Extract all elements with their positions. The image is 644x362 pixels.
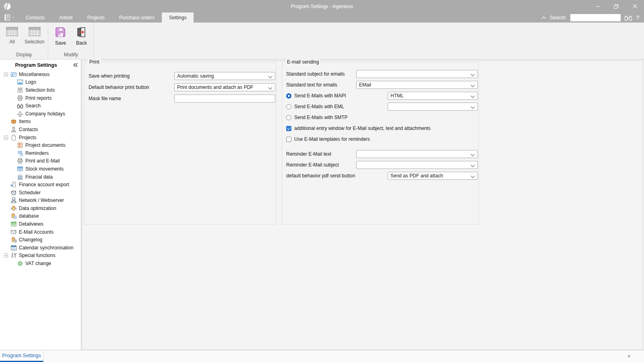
sidebar-item-finacial-data[interactable]: Finacial data [0,173,81,181]
ribbon-collapse-button[interactable] [541,16,546,19]
database-icon [10,213,17,219]
send-e-mails-with-mapi-dropdown[interactable]: HTML [388,92,478,100]
sidebar-item-data-optimization[interactable]: Data optimization [0,204,81,212]
send-e-mails-with-eml-dropdown[interactable] [388,103,478,111]
save-when-printing-dropdown[interactable]: Automatic saving [174,72,275,80]
search-input[interactable] [570,14,621,21]
sidebar-item-label: database [19,213,39,219]
form-row-mask-file-name: Mask file name [89,95,275,103]
default-behavior-pdf-send-button-dropdown[interactable]: Send as PDF and attach [388,172,478,180]
sidebar-item-e-mail-accounts[interactable]: E-Mail Accounts [0,228,81,236]
tree-expander-icon[interactable] [4,136,8,140]
selection-button[interactable]: Selection [23,26,46,45]
tab-settings[interactable]: Settings [162,12,194,23]
tree-expander-icon[interactable] [4,253,8,257]
sidebar-item-print-and-e-mail[interactable]: Print and E-Mail [0,157,81,165]
sidebar-item-label: VAT change [25,261,51,266]
ribbon-tab-bar: ContactsArticleProjectsPurchase ordersSe… [0,12,644,23]
sidebar-collapse-button[interactable] [72,62,78,68]
additional-entry-window-for-e-mail-subject-text-and-attachments-checkbox[interactable] [286,126,291,131]
reminder-e-mail-text-dropdown[interactable] [356,150,478,158]
sidebar-item-label: Finance account export [19,182,69,187]
sidebar-item-label: Logo [25,79,36,85]
sidebar-item-detailviews[interactable]: Detailviews [0,220,81,228]
field-label: Standard text for emails [286,82,337,88]
sidebar-item-company-holidays[interactable]: Company holidays [0,110,81,118]
advanced-search-button[interactable] [624,14,632,21]
send-e-mails-with-eml-radio[interactable] [286,104,291,109]
sidebar-item-database[interactable]: database [0,212,81,220]
data-optimization-icon [10,205,17,212]
send-e-mails-with-mapi-radio[interactable] [286,93,291,99]
close-button[interactable] [625,0,644,12]
sidebar-item-scheduler[interactable]: Scheduler [0,189,81,197]
sidebar-item-network-webserver[interactable]: Network / Webserver [0,197,81,205]
sidebar-item-projects[interactable]: Projects [0,134,81,142]
app-menu-button[interactable] [0,12,19,23]
dropdown-arrow-icon [627,355,631,358]
save-button[interactable]: Save [50,26,71,47]
field-label: Mask file name [89,96,121,101]
ribbon: AllSelectionDisplaySaveBackModify [0,23,644,60]
finacial-data-icon [17,174,23,180]
all-button[interactable]: All [2,26,23,45]
items-icon [10,118,17,125]
company-holidays-icon [17,111,23,117]
window-title: Program Settings - ingenious [0,4,644,9]
sidebar-item-label: Scheduler [19,190,41,195]
send-e-mails-with-smtp-radio[interactable] [286,115,291,120]
mask-file-name-input[interactable] [174,95,275,103]
sidebar-title: Program Settings [0,62,72,68]
sidebar-item-finance-account-export[interactable]: Finance account export [0,181,81,189]
sidebar-item-label: Network / Webserver [19,197,64,203]
tab-list-dropdown-button[interactable] [627,355,631,358]
vat-change-icon [17,260,23,267]
sidebar-item-items[interactable]: Items [0,118,81,126]
sidebar-item-print-reports[interactable]: Print reports [0,94,81,102]
restore-button[interactable] [607,0,625,12]
sidebar-item-label: Selection lists [25,87,55,93]
back-button[interactable]: Back [71,26,92,47]
sidebar-item-label: Print and E-Mail [25,158,60,164]
tab-article[interactable]: Article [52,12,80,23]
default-behavior-print-button-dropdown[interactable]: Print documents and attach as PDF [174,83,275,91]
reminder-e-mail-subject-dropdown[interactable] [356,161,478,169]
sidebar-item-label: Miscellaneous [19,72,50,77]
bottom-tab-program-settings[interactable]: Program Settings [0,350,43,362]
minimize-button[interactable] [588,0,607,12]
field-label: Save when printing [89,73,130,79]
tab-projects[interactable]: Projects [80,12,112,23]
changelog-icon [10,237,17,243]
sidebar-item-changelog[interactable]: Changelog [0,236,81,244]
use-e-mail-templates-for-reminders-checkbox[interactable] [286,137,291,142]
standard-subject-for-emails-dropdown[interactable] [356,70,478,78]
tree-expander-icon[interactable] [4,72,8,76]
sidebar-item-selection-lists[interactable]: Selection lists [0,86,81,94]
sidebar-item-contacts[interactable]: Contacts [0,125,81,134]
standard-text-for-emails-dropdown[interactable]: EMail [356,81,478,89]
sidebar-item-stock-movements[interactable]: Stock movements [0,165,81,173]
sidebar-item-reminders[interactable]: Reminders [0,149,81,157]
sidebar-item-project-documents[interactable]: Project documents [0,141,81,149]
sidebar-item-label: Items [19,119,31,124]
sidebar-item-label: E-Mail Accounts [19,229,54,235]
sidebar-item-special-functions[interactable]: Special functions [0,252,81,260]
sidebar-item-vat-change[interactable]: VAT change [0,259,81,267]
field-label: additional entry window for E-Mail subje… [294,125,431,131]
sidebar-item-calendar-synchronisation[interactable]: Calendar synchronisation [0,244,81,252]
search-icon [17,103,23,109]
tab-contacts[interactable]: Contacts [19,12,52,23]
contacts-icon [10,126,17,133]
sidebar-item-miscellaneous[interactable]: Miscellaneous [0,70,81,78]
ribbon-button-label: All [9,39,14,45]
print-reports-icon [17,95,23,101]
sidebar-item-label: Special functions [19,253,56,258]
title-bar: Program Settings - ingenious [0,0,644,12]
sidebar-item-search[interactable]: Search [0,102,81,110]
app-menu-icon [4,14,10,21]
sidebar-item-label: Contacts [19,127,38,132]
help-button[interactable]: ? [636,14,639,21]
field-label: Standard subject for emails [286,71,345,77]
tab-purchase-orders[interactable]: Purchase orders [112,12,162,23]
sidebar-item-logo[interactable]: Logo [0,78,81,86]
